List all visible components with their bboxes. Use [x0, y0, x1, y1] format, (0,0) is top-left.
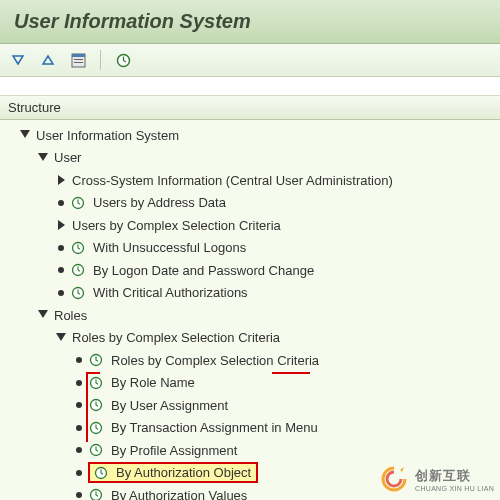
svg-marker-0	[13, 56, 23, 64]
clock-icon[interactable]	[88, 420, 103, 435]
leaf-bullet-icon	[58, 290, 64, 296]
svg-marker-15	[38, 310, 48, 318]
clock-icon[interactable]	[88, 443, 103, 458]
clock-icon[interactable]	[88, 375, 103, 390]
tree-node[interactable]: Roles by Complex Selection Criteria	[0, 349, 500, 372]
clock-icon[interactable]	[88, 398, 103, 413]
node-label: By Authorization Object	[114, 464, 253, 481]
leaf-bullet-icon	[76, 447, 82, 453]
node-label: With Critical Authorizations	[91, 284, 250, 301]
title-bar: User Information System	[0, 0, 500, 44]
svg-marker-1	[43, 56, 53, 64]
tree-node[interactable]: By Transaction Assignment in Menu	[0, 417, 500, 440]
leaf-bullet-icon	[58, 200, 64, 206]
layout-icon[interactable]	[70, 52, 86, 68]
expander-collapsed-icon[interactable]	[54, 218, 68, 232]
tree-node-root[interactable]: User Information System	[0, 124, 500, 147]
expand-all-icon[interactable]	[10, 52, 26, 68]
watermark-text: 创新互联	[415, 467, 494, 485]
collapse-all-icon[interactable]	[40, 52, 56, 68]
svg-rect-3	[72, 54, 85, 57]
svg-marker-9	[58, 175, 65, 185]
leaf-bullet-icon	[76, 402, 82, 408]
tree-node-user[interactable]: User	[0, 147, 500, 170]
tree-node[interactable]: With Critical Authorizations	[0, 282, 500, 305]
tree-node[interactable]: By Role Name	[0, 372, 500, 395]
leaf-bullet-icon	[76, 425, 82, 431]
expander-icon[interactable]	[18, 128, 32, 142]
structure-header: Structure	[0, 95, 500, 120]
tree-node[interactable]: By User Assignment	[0, 394, 500, 417]
leaf-bullet-icon	[76, 380, 82, 386]
node-label: Roles by Complex Selection Criteria	[109, 352, 321, 369]
toolbar-separator	[100, 50, 101, 70]
clock-icon[interactable]	[88, 488, 103, 500]
leaf-bullet-icon	[76, 492, 82, 498]
expander-icon[interactable]	[36, 151, 50, 165]
node-label: With Unsuccessful Logons	[91, 239, 248, 256]
leaf-bullet-icon	[76, 357, 82, 363]
leaf-bullet-icon	[58, 245, 64, 251]
tree-node[interactable]: Users by Address Data	[0, 192, 500, 215]
node-label: Roles by Complex Selection Criteria	[70, 329, 282, 346]
node-label: By User Assignment	[109, 397, 230, 414]
watermark: 创新互联 CHUANG XIN HU LIAN	[379, 464, 494, 494]
leaf-bullet-icon	[58, 267, 64, 273]
page-title: User Information System	[14, 10, 486, 33]
node-label: Roles	[52, 307, 89, 324]
node-label: Cross-System Information (Central User A…	[70, 172, 395, 189]
expander-collapsed-icon[interactable]	[54, 173, 68, 187]
tree-view: User Information System User Cross-Syste…	[0, 120, 500, 500]
watermark-subtext: CHUANG XIN HU LIAN	[415, 485, 494, 492]
svg-marker-7	[20, 130, 30, 138]
clock-icon[interactable]	[88, 353, 103, 368]
svg-rect-4	[74, 59, 83, 60]
node-label: By Role Name	[109, 374, 197, 391]
clock-icon[interactable]	[93, 465, 108, 480]
tree-node[interactable]: Cross-System Information (Central User A…	[0, 169, 500, 192]
tree-node[interactable]: Roles by Complex Selection Criteria	[0, 327, 500, 350]
node-label: User	[52, 149, 83, 166]
node-label: By Transaction Assignment in Menu	[109, 419, 320, 436]
svg-marker-8	[38, 153, 48, 161]
clock-icon[interactable]	[70, 240, 85, 255]
tree-node[interactable]: Users by Complex Selection Criteria	[0, 214, 500, 237]
tree-node[interactable]: By Profile Assignment	[0, 439, 500, 462]
svg-marker-11	[58, 220, 65, 230]
svg-marker-16	[56, 333, 66, 341]
clock-icon[interactable]	[70, 263, 85, 278]
execute-icon[interactable]	[115, 52, 131, 68]
tree-node[interactable]: By Logon Date and Password Change	[0, 259, 500, 282]
toolbar	[0, 44, 500, 77]
node-label: By Profile Assignment	[109, 442, 239, 459]
clock-icon[interactable]	[70, 285, 85, 300]
node-label: User Information System	[34, 127, 181, 144]
node-label: By Logon Date and Password Change	[91, 262, 316, 279]
node-label: Users by Complex Selection Criteria	[70, 217, 283, 234]
node-label: By Authorization Values	[109, 487, 249, 500]
expander-icon[interactable]	[54, 331, 68, 345]
node-label: Users by Address Data	[91, 194, 228, 211]
expander-icon[interactable]	[36, 308, 50, 322]
tree-node[interactable]: With Unsuccessful Logons	[0, 237, 500, 260]
tree-node-roles[interactable]: Roles	[0, 304, 500, 327]
leaf-bullet-icon	[76, 470, 82, 476]
svg-rect-5	[74, 62, 83, 63]
watermark-logo-icon	[379, 464, 409, 494]
clock-icon[interactable]	[70, 195, 85, 210]
